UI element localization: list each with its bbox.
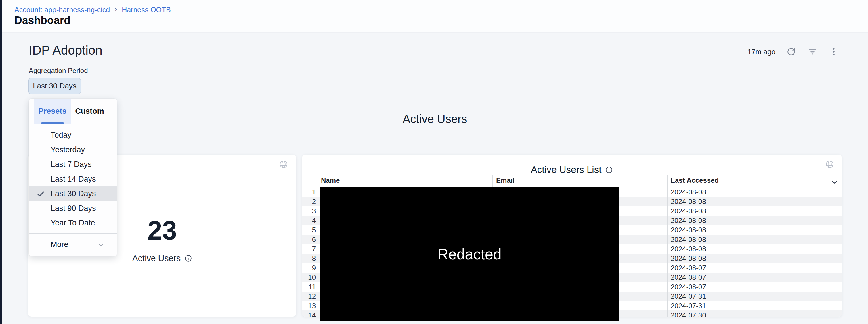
sidebar-edge: [0, 0, 2, 324]
tab-custom[interactable]: Custom: [71, 99, 108, 124]
last-accessed-cell: 2024-08-07: [667, 274, 842, 282]
dashboard-title: IDP Adoption: [29, 43, 102, 58]
last-refreshed-label: 17m ago: [747, 48, 775, 56]
dashboard-actions: 17m ago: [747, 45, 839, 58]
globe-icon: [825, 160, 834, 169]
row-number: 13: [302, 302, 319, 310]
breadcrumb-account-link[interactable]: Account: app-harness-ng-cicd: [14, 6, 110, 14]
row-number: 4: [302, 217, 319, 225]
aggregation-period-label: Aggregation Period: [29, 67, 88, 75]
menu-item-label: Yesterday: [51, 145, 85, 154]
active-users-list-card: Active Users List Name Email Last Access…: [302, 154, 842, 317]
redacted-label: Redacted: [437, 246, 502, 263]
row-number: 6: [302, 236, 319, 244]
menu-item-last-90-days[interactable]: Last 90 Days: [29, 201, 117, 216]
last-accessed-cell: 2024-08-07: [667, 283, 842, 291]
more-label: More: [51, 240, 68, 249]
column-divider: [667, 175, 668, 317]
last-accessed-cell: 2024-08-08: [667, 207, 842, 215]
menu-item-yesterday[interactable]: Yesterday: [29, 142, 117, 157]
dashboard-page: Account: app-harness-ng-cicd › Harness O…: [0, 0, 868, 324]
row-number: 9: [302, 264, 319, 272]
aggregation-period-dropdown: Presets Custom TodayYesterdayLast 7 Days…: [29, 99, 117, 256]
menu-item-label: Year To Date: [51, 219, 95, 227]
last-accessed-cell: 2024-08-08: [667, 236, 842, 244]
menu-item-today[interactable]: Today: [29, 128, 117, 142]
refresh-icon: [786, 47, 796, 57]
page-header: Account: app-harness-ng-cicd › Harness O…: [2, 0, 868, 33]
menu-item-label: Last 90 Days: [51, 204, 96, 213]
preset-menu: TodayYesterdayLast 7 DaysLast 14 DaysLas…: [29, 124, 117, 230]
row-number: 5: [302, 226, 319, 234]
chevron-down-icon: [97, 241, 105, 249]
filter-icon: [808, 47, 817, 57]
last-accessed-cell: 2024-07-31: [667, 292, 842, 300]
menu-item-last-14-days[interactable]: Last 14 Days: [29, 172, 117, 186]
menu-item-label: Last 14 Days: [51, 175, 96, 184]
table-header: Name Email Last Accessed: [302, 175, 842, 187]
menu-item-label: Today: [51, 131, 71, 140]
kebab-menu-icon: [829, 47, 839, 57]
last-accessed-cell: 2024-08-08: [667, 197, 842, 206]
column-divider: [319, 175, 319, 317]
info-icon[interactable]: [184, 254, 192, 262]
active-tab-indicator: [41, 121, 64, 124]
tab-presets-label: Presets: [38, 107, 67, 116]
row-number: 14: [302, 311, 319, 317]
dropdown-tabs: Presets Custom: [29, 99, 117, 124]
last-accessed-cell: 2024-08-08: [667, 254, 842, 262]
tab-presets[interactable]: Presets: [34, 99, 71, 124]
row-number: 10: [302, 274, 319, 282]
menu-item-year-to-date[interactable]: Year To Date: [29, 216, 117, 230]
info-icon[interactable]: [605, 166, 613, 174]
last-accessed-cell: 2024-08-08: [667, 245, 842, 253]
row-number: 12: [302, 292, 319, 300]
section-title: Active Users: [2, 113, 868, 125]
column-header-last-accessed: Last Accessed: [671, 176, 719, 184]
page-title: Dashboard: [14, 14, 70, 27]
menu-item-last-7-days[interactable]: Last 7 Days: [29, 157, 117, 172]
row-number: 2: [302, 197, 319, 206]
last-accessed-cell: 2024-08-08: [667, 226, 842, 234]
check-icon: [36, 189, 45, 198]
row-number: 8: [302, 254, 319, 262]
menu-item-last-30-days[interactable]: Last 30 Days: [29, 186, 117, 201]
last-accessed-cell: 2024-08-08: [667, 217, 842, 225]
column-header-email: Email: [496, 176, 515, 184]
menu-item-more[interactable]: More: [29, 233, 117, 256]
more-options-button[interactable]: [828, 46, 839, 57]
row-number: 7: [302, 245, 319, 253]
last-accessed-cell: 2024-08-08: [667, 188, 842, 196]
breadcrumb-dashboard-link[interactable]: Harness OOTB: [122, 6, 171, 14]
tab-custom-label: Custom: [75, 107, 104, 116]
filter-button[interactable]: [807, 46, 818, 57]
metric-label: Active Users: [132, 253, 181, 263]
row-number: 1: [302, 188, 319, 196]
table-title-row: Active Users List: [302, 164, 842, 175]
last-accessed-cell: 2024-07-30: [667, 311, 842, 317]
table-title: Active Users List: [531, 164, 602, 175]
table-options-chevron-icon[interactable]: [831, 178, 838, 186]
breadcrumb-separator-icon: ›: [115, 5, 117, 13]
aggregation-period-button[interactable]: Last 30 Days: [29, 78, 81, 94]
row-number: 3: [302, 207, 319, 215]
redacted-overlay: Redacted: [320, 187, 619, 321]
column-header-name: Name: [321, 176, 340, 184]
row-number: 11: [302, 283, 319, 291]
menu-item-label: Last 7 Days: [51, 160, 92, 169]
last-accessed-cell: 2024-08-07: [667, 264, 842, 272]
refresh-button[interactable]: [786, 46, 797, 57]
breadcrumb: Account: app-harness-ng-cicd › Harness O…: [14, 6, 171, 14]
globe-icon: [279, 160, 288, 169]
menu-item-label: Last 30 Days: [51, 189, 96, 198]
last-accessed-cell: 2024-07-31: [667, 302, 842, 310]
